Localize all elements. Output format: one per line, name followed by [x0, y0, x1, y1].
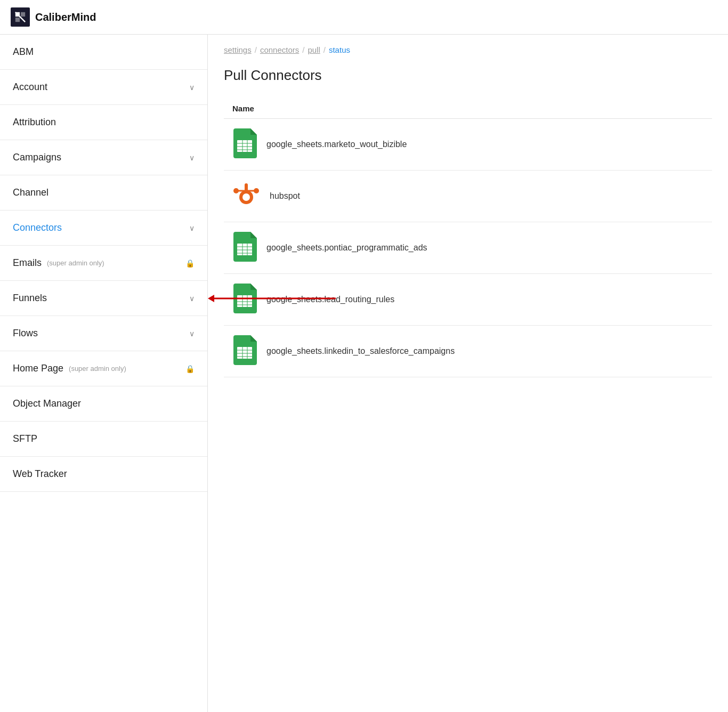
- table-row[interactable]: hubspot: [224, 171, 712, 222]
- sidebar-item-attribution[interactable]: Attribution: [0, 105, 207, 140]
- breadcrumb-separator: /: [255, 45, 257, 54]
- sidebar-label: Object Manager: [13, 398, 81, 409]
- lock-icon: 🔒: [185, 365, 195, 373]
- connector-name: google_sheets.marketo_wout_bizible: [266, 140, 407, 149]
- breadcrumb-item-connectors[interactable]: connectors: [260, 45, 299, 54]
- sidebar-item-home-page[interactable]: Home Page(super admin only)🔒: [0, 351, 207, 386]
- svg-rect-2: [15, 18, 20, 22]
- logo-box: [11, 7, 30, 27]
- hubspot-icon: [232, 180, 260, 212]
- google-sheets-icon: [232, 284, 257, 315]
- lock-icon: 🔒: [185, 259, 195, 268]
- main-layout: ABMAccount∨AttributionCampaigns∨ChannelC…: [0, 35, 728, 712]
- sidebar-label: ABM: [13, 46, 34, 58]
- page-title: Pull Connectors: [224, 67, 712, 84]
- breadcrumb: settings/connectors/pull/status: [224, 45, 712, 54]
- sidebar: ABMAccount∨AttributionCampaigns∨ChannelC…: [0, 35, 208, 712]
- google-sheets-icon: [232, 335, 257, 367]
- connectors-table: Name google_sheets.marketo_wout_bizibleh…: [224, 99, 712, 377]
- sidebar-label: Funnels: [13, 293, 47, 304]
- app-header: CaliberMind: [0, 0, 728, 35]
- sidebar-item-funnels[interactable]: Funnels∨: [0, 281, 207, 316]
- sidebar-label: Channel: [13, 187, 48, 198]
- chevron-down-icon: ∨: [189, 294, 195, 303]
- sidebar-item-web-tracker[interactable]: Web Tracker: [0, 457, 207, 492]
- sidebar-label: SFTP: [13, 433, 37, 444]
- sidebar-item-campaigns[interactable]: Campaigns∨: [0, 140, 207, 175]
- sidebar-item-connectors[interactable]: Connectors∨: [0, 211, 207, 246]
- main-content: settings/connectors/pull/status Pull Con…: [208, 35, 728, 712]
- svg-rect-6: [237, 140, 252, 152]
- connector-name: google_sheets.pontiac_programmatic_ads: [266, 243, 427, 253]
- chevron-down-icon: ∨: [189, 329, 195, 338]
- breadcrumb-separator: /: [323, 45, 326, 54]
- breadcrumb-item-settings[interactable]: settings: [224, 45, 252, 54]
- table-row[interactable]: google_sheets.linkedin_to_salesforce_cam…: [224, 326, 712, 377]
- sidebar-label: Web Tracker: [13, 468, 67, 480]
- sidebar-item-emails[interactable]: Emails(super admin only)🔒: [0, 246, 207, 281]
- sidebar-item-account[interactable]: Account∨: [0, 70, 207, 105]
- brand-name: CaliberMind: [35, 11, 96, 23]
- connector-name: google_sheets.lead_routing_rules: [266, 295, 394, 304]
- svg-rect-19: [237, 244, 252, 255]
- google-sheets-icon: [232, 128, 257, 160]
- svg-rect-25: [237, 295, 252, 307]
- connector-name: hubspot: [270, 191, 300, 201]
- table-row[interactable]: google_sheets.marketo_wout_bizible: [224, 119, 712, 171]
- sidebar-item-abm[interactable]: ABM: [0, 35, 207, 70]
- table-row[interactable]: google_sheets.pontiac_programmatic_ads: [224, 222, 712, 274]
- sidebar-label: Account: [13, 82, 47, 93]
- sidebar-label: Flows: [13, 328, 38, 339]
- sidebar-label: Campaigns: [13, 152, 61, 163]
- google-sheets-icon: [232, 232, 257, 264]
- sidebar-item-object-manager[interactable]: Object Manager: [0, 386, 207, 422]
- svg-rect-31: [237, 347, 252, 359]
- connector-name: google_sheets.linkedin_to_salesforce_cam…: [266, 346, 455, 356]
- svg-rect-1: [21, 12, 25, 17]
- sidebar-item-channel[interactable]: Channel: [0, 175, 207, 211]
- breadcrumb-item-status: status: [329, 45, 350, 54]
- sidebar-label: Connectors: [13, 222, 62, 233]
- table-row[interactable]: google_sheets.lead_routing_rules: [224, 274, 712, 326]
- sidebar-item-sftp[interactable]: SFTP: [0, 422, 207, 457]
- breadcrumb-item-pull[interactable]: pull: [308, 45, 320, 54]
- logo-icon: [14, 11, 26, 23]
- sidebar-label: Emails: [13, 257, 42, 269]
- sidebar-label: Attribution: [13, 117, 56, 128]
- sidebar-label: Home Page: [13, 363, 63, 374]
- chevron-down-icon: ∨: [189, 224, 195, 232]
- sidebar-sublabel: (super admin only): [69, 365, 126, 373]
- chevron-down-icon: ∨: [189, 153, 195, 162]
- svg-point-18: [242, 193, 250, 201]
- col-name: Name: [224, 99, 712, 119]
- sidebar-item-flows[interactable]: Flows∨: [0, 316, 207, 351]
- sidebar-sublabel: (super admin only): [47, 259, 104, 267]
- breadcrumb-separator: /: [302, 45, 304, 54]
- chevron-down-icon: ∨: [189, 83, 195, 92]
